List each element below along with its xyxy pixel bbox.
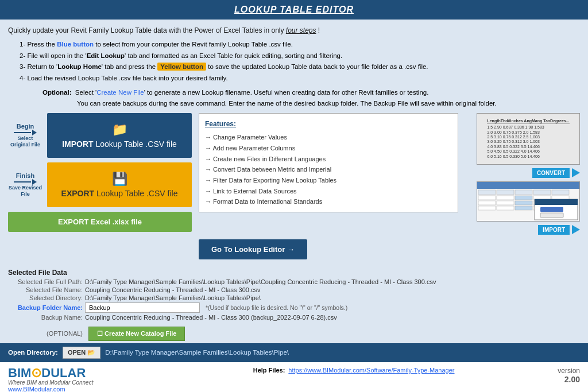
file-name-label: Selected File Name: — [8, 286, 83, 293]
header-bar: LOOKUP TABLE EDITOR — [0, 0, 588, 20]
finish-arrow — [14, 179, 37, 185]
export-yellow-button[interactable]: 💾 EXPORT Lookup Table .CSV file — [47, 162, 192, 207]
backup-name-value: Coupling Concentric Reducing - Threaded … — [85, 314, 337, 321]
begin-label: Begin — [17, 123, 34, 130]
import-btn-row: Begin Select Original File 📁 IMPORT Look… — [8, 113, 192, 158]
svg-rect-18 — [515, 201, 532, 205]
selected-file-section: Selected File Data Selected File Full Pa… — [0, 266, 588, 324]
version-number: 2.00 — [564, 375, 580, 384]
svg-rect-28 — [540, 207, 563, 212]
svg-rect-22 — [497, 206, 514, 210]
logo-section: BIM⊙DULAR Where BIM and Modular Connect … — [8, 367, 150, 392]
optional-text-label: (OPTIONAL) — [8, 330, 83, 337]
main-content: Quickly update your Revit Family Lookup … — [0, 20, 588, 266]
svg-rect-21 — [478, 206, 496, 210]
steps-list: 1- Press the Blue button to select from … — [20, 39, 580, 84]
finish-arrow-label: Finish Save Revised File — [8, 172, 42, 197]
dular-text: DULAR — [41, 366, 86, 380]
optional-section: Optional: Select 'Create New File' to ge… — [42, 87, 580, 108]
screenshot-column: LengthThd#Inches AngMang TanDegrees... 1… — [465, 113, 580, 235]
help-files-link[interactable]: https://www.BIModular.com/Software/Famil… — [288, 367, 454, 374]
feature-item-7: Format Data to International Standards — [205, 196, 452, 207]
backup-name-label: Backup Name: — [8, 314, 83, 321]
save-revised-label: Save Revised File — [8, 185, 42, 197]
help-files-label: Help Files: — [253, 367, 285, 374]
optional-catalog-row: (OPTIONAL) ☐ Create New Catalog File — [0, 324, 588, 343]
feature-item-6: Link to External Data Sources — [205, 186, 452, 197]
screenshot-csv: LengthThd#Inches AngMang TanDegrees... 1… — [477, 113, 580, 165]
open-directory-bar: Open Directory: OPEN 📂 D:\Family Type Ma… — [0, 343, 588, 362]
backup-note: *(Used if backup file is desired. No "\"… — [206, 304, 347, 311]
header-title: LOOKUP TABLE EDITOR — [234, 5, 354, 14]
open-directory-label: Open Directory: — [8, 349, 58, 356]
step-4: 4- Load the revised Lookup Table .csv fi… — [20, 73, 580, 84]
directory-path: D:\Family Type Manager\Sample Families\L… — [105, 349, 289, 356]
footer: BIM⊙DULAR Where BIM and Modular Connect … — [0, 362, 588, 392]
bim-text: BIM — [8, 366, 31, 380]
export-btn-row: Finish Save Revised File 💾 EXPORT Lookup… — [8, 162, 192, 207]
export-xlsx-button[interactable]: EXPORT Excel .xlsx file — [8, 212, 192, 232]
svg-rect-6 — [478, 190, 496, 195]
svg-rect-8 — [515, 190, 532, 195]
optional-label: Optional: — [42, 89, 71, 96]
feature-item-1: Change Parameter Values — [205, 132, 452, 143]
svg-rect-9 — [533, 190, 551, 195]
create-catalog-button[interactable]: ☐ Create New Catalog File — [88, 327, 185, 341]
intro-text: Quickly update your Revit Family Lookup … — [8, 25, 580, 36]
goto-lookup-editor-button[interactable]: Go To Lookup Editor → — [199, 239, 307, 259]
full-path-value: D:\Family Type Manager\Sample Families\L… — [85, 278, 436, 285]
begin-arrow-label: Begin Select Original File — [8, 123, 42, 148]
bim-website-link[interactable]: www.BIModular.com — [8, 386, 150, 392]
backup-name-row: Backup Name: Coupling Concentric Reducin… — [8, 314, 580, 321]
svg-rect-10 — [552, 190, 569, 195]
select-original-label: Select Original File — [8, 135, 42, 148]
svg-rect-27 — [535, 199, 578, 205]
svg-rect-7 — [497, 190, 514, 195]
file-name-value: Coupling Concentric Reducing - Threaded … — [85, 286, 261, 293]
bim-logo: BIM⊙DULAR — [8, 367, 150, 379]
features-box: Features: Change Parameter Values Add ne… — [199, 113, 458, 212]
convert-arrow-row: CONVERT — [532, 168, 580, 178]
open-directory-button[interactable]: OPEN 📂 — [63, 347, 100, 359]
feature-item-4: Convert Data between Metric and Imperial — [205, 164, 452, 175]
convert-arrowhead — [572, 168, 580, 177]
feature-item-2: Add new Parameter Columns — [205, 143, 452, 154]
svg-rect-17 — [497, 201, 514, 205]
bottom-action-row: Go To Lookup Editor → — [47, 239, 580, 259]
feature-item-3: Create new Files in Different Languages — [205, 154, 452, 165]
help-files-section: Help Files: https://www.BIModular.com/So… — [253, 367, 455, 374]
action-area: Begin Select Original File 📁 IMPORT Look… — [8, 113, 580, 235]
import-icon: 📁 — [112, 122, 127, 137]
svg-rect-13 — [515, 196, 532, 200]
directory-label: Selected Directory: — [8, 294, 83, 301]
import-button[interactable]: 📁 IMPORT Lookup Table .CSV file — [47, 113, 192, 158]
svg-rect-12 — [497, 196, 514, 200]
import-arrowhead — [572, 225, 580, 234]
screenshot-excel — [477, 181, 580, 222]
export-yellow-icon: 💾 — [112, 172, 127, 187]
directory-row: Selected Directory: D:\Family Type Manag… — [8, 294, 580, 301]
features-title: Features: — [205, 118, 452, 130]
version-label: version — [558, 367, 580, 375]
backup-folder-row: Backup Folder Name: *(Used if backup fil… — [8, 302, 580, 313]
import-arrow-row: IMPORT — [538, 225, 580, 235]
finish-label: Finish — [16, 172, 34, 179]
file-name-row: Selected File Name: Coupling Concentric … — [8, 286, 580, 293]
backup-folder-input[interactable] — [85, 302, 200, 313]
step-3: 3- Return to 'Lookup Home' tab and press… — [20, 61, 580, 73]
selected-file-title: Selected File Data — [8, 269, 580, 277]
full-path-label: Selected File Full Path: — [8, 278, 83, 285]
feature-item-5: Filter Data for Exporting New Lookup Tab… — [205, 175, 452, 186]
full-path-row: Selected File Full Path: D:\Family Type … — [8, 278, 580, 285]
svg-rect-5 — [477, 182, 579, 189]
convert-label: CONVERT — [532, 168, 570, 178]
version-section: version 2.00 — [558, 367, 580, 384]
import-label: IMPORT — [538, 225, 570, 235]
begin-arrow — [14, 130, 37, 135]
buttons-column: Begin Select Original File 📁 IMPORT Look… — [8, 113, 192, 232]
svg-rect-29 — [540, 213, 563, 218]
odular-text: ⊙ — [31, 366, 41, 380]
backup-folder-label: Backup Folder Name: — [8, 304, 83, 311]
svg-rect-23 — [515, 206, 532, 210]
svg-rect-11 — [478, 196, 496, 200]
